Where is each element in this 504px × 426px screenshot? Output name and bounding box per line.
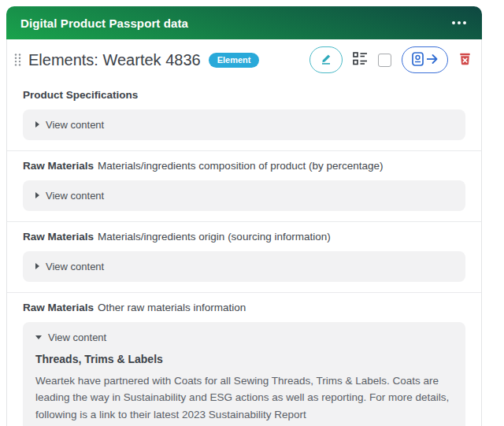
- view-content-label: View content: [48, 332, 106, 343]
- delete-button[interactable]: [458, 52, 472, 68]
- drag-handle-icon[interactable]: [12, 50, 24, 69]
- paragraph-text: Weartek have partnered with Coats for al…: [35, 375, 449, 421]
- list-details-button[interactable]: [353, 52, 368, 68]
- view-content-label: View content: [46, 119, 104, 131]
- open-passport-button[interactable]: [402, 46, 448, 73]
- chevron-down-icon: [35, 335, 42, 339]
- select-checkbox[interactable]: [378, 54, 391, 67]
- section-name: Product Specifications: [23, 89, 138, 101]
- section-name: Raw Materials: [23, 302, 94, 313]
- pencil-icon: [320, 53, 332, 68]
- ellipsis-menu-icon[interactable]: [450, 17, 468, 29]
- content-heading: Threads, Trims & Labels: [35, 353, 453, 365]
- card-body: Elements: Weartek 4836 Element: [6, 39, 482, 426]
- view-content-box-expanded: View content Threads, Trims & Labels Wea…: [23, 322, 465, 426]
- view-content-box: View content: [23, 180, 465, 211]
- view-content-box: View content: [23, 251, 465, 282]
- passport-card: Digital Product Passport data Elements: …: [6, 6, 482, 426]
- view-content-label: View content: [46, 190, 104, 202]
- section-subtitle: Materials/ingredients composition of pro…: [98, 160, 383, 172]
- section-product-specifications: Product Specifications View content: [7, 80, 481, 150]
- edit-button[interactable]: [309, 46, 343, 73]
- card-title: Digital Product Passport data: [20, 17, 188, 30]
- section-raw-materials-composition: Raw MaterialsMaterials/ingredients compo…: [7, 151, 481, 221]
- view-content-box: View content: [23, 109, 465, 140]
- section-name: Raw Materials: [23, 231, 94, 243]
- view-content-toggle[interactable]: View content: [35, 190, 453, 202]
- view-content-toggle[interactable]: View content: [35, 119, 453, 131]
- view-content-toggle[interactable]: View content: [35, 261, 453, 272]
- section-subtitle: Other raw materials information: [98, 302, 246, 313]
- section-name: Raw Materials: [23, 160, 94, 172]
- passport-document-icon: [411, 51, 424, 69]
- section-subtitle: Materials/ingredients origin (sourcing i…: [98, 231, 331, 243]
- section-raw-materials-other: Raw MaterialsOther raw materials informa…: [7, 293, 481, 426]
- card-header: Digital Product Passport data: [6, 6, 482, 39]
- chevron-right-icon: [35, 263, 39, 269]
- section-raw-materials-origin: Raw MaterialsMaterials/ingredients origi…: [7, 222, 481, 292]
- element-title: Elements: Weartek 4836: [28, 51, 201, 69]
- chevron-right-icon: [35, 192, 39, 198]
- content-paragraph: Weartek have partnered with Coats for al…: [35, 372, 453, 426]
- list-details-icon: [353, 52, 368, 68]
- chevron-right-icon: [35, 121, 39, 128]
- element-title-row: Elements: Weartek 4836 Element: [7, 39, 481, 80]
- arrow-right-icon: [426, 54, 439, 67]
- view-content-label: View content: [46, 261, 104, 272]
- element-type-badge: Element: [209, 53, 260, 68]
- view-content-toggle[interactable]: View content: [35, 332, 453, 343]
- trash-icon: [458, 52, 472, 68]
- element-toolbar: [309, 46, 472, 73]
